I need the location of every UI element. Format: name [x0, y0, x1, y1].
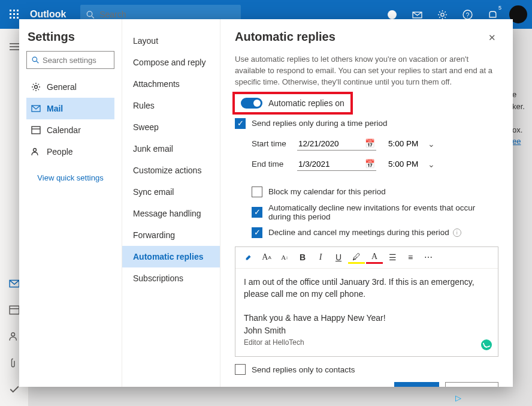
cancel-meetings-label: Decline and cancel my meetings during th…	[268, 228, 449, 237]
svg-rect-6	[10, 17, 11, 19]
category-label: People	[47, 147, 73, 157]
start-time-input[interactable]: 5:00 PM ⌄	[387, 137, 436, 151]
decline-new-checkbox[interactable]	[252, 207, 262, 218]
svg-rect-16	[10, 43, 19, 44]
subnav-forwarding[interactable]: Forwarding	[122, 224, 220, 246]
svg-point-23	[32, 57, 37, 62]
subnav-compose[interactable]: Compose and reply	[122, 52, 220, 73]
subnav-sync[interactable]: Sync email	[122, 181, 220, 203]
subnav-message-handling[interactable]: Message handling	[122, 203, 220, 224]
category-label: Mail	[47, 104, 63, 113]
subnav-layout[interactable]: Layout	[122, 30, 220, 52]
help-text: Use automatic replies to let others know…	[235, 54, 498, 88]
highlight-button[interactable]: 🖊	[348, 251, 365, 264]
category-label: Calendar	[47, 125, 81, 135]
svg-point-29	[34, 149, 37, 152]
search-settings-box[interactable]	[26, 51, 114, 69]
font-color-button[interactable]: A	[366, 251, 383, 264]
end-time-input[interactable]: 5:00 PM ⌄	[387, 158, 436, 171]
message-line: I am out of the office until January 3rd…	[244, 276, 489, 300]
brand-label: Outlook	[30, 9, 66, 20]
cancel-meetings-checkbox[interactable]	[252, 227, 262, 238]
decline-new-label: Automatically decline new invitations fo…	[268, 203, 498, 221]
end-date-input[interactable]: 1/3/2021 📅	[297, 157, 376, 171]
calendar-icon	[31, 125, 41, 135]
discard-button[interactable]: Discard	[445, 382, 498, 387]
subnav-rules[interactable]: Rules	[122, 95, 220, 116]
category-calendar[interactable]: Calendar	[26, 119, 114, 141]
editor-toolbar: AA A↕ B I U 🖊 A ☰ ≡ ⋯	[235, 247, 498, 269]
subnav-attachments[interactable]: Attachments	[122, 73, 220, 95]
svg-point-9	[87, 11, 93, 16]
svg-rect-4	[13, 13, 15, 15]
editor-body[interactable]: I am out of the office until January 3rd…	[235, 269, 498, 357]
message-line: Thank you & have a Happy New Year!	[244, 312, 489, 324]
bullet-list-button[interactable]: ☰	[384, 249, 401, 266]
pin-icon[interactable]	[240, 249, 257, 266]
more-formatting-button[interactable]: ⋯	[420, 249, 437, 266]
svg-rect-18	[10, 49, 19, 50]
svg-rect-20	[10, 306, 19, 314]
message-line: John Smith	[244, 324, 489, 336]
svg-rect-0	[10, 10, 11, 11]
subnav-sweep[interactable]: Sweep	[122, 116, 220, 138]
time-period-checkbox[interactable]	[235, 118, 246, 129]
mail-icon	[31, 104, 41, 113]
toggle-label: Automatic replies on	[268, 98, 344, 108]
toggle-highlight-box: Automatic replies on	[232, 92, 353, 115]
subnav-customize[interactable]: Customize actions	[122, 160, 220, 181]
svg-rect-3	[10, 13, 11, 15]
font-size-up-icon[interactable]: AA	[258, 249, 275, 266]
italic-button[interactable]: I	[312, 249, 329, 266]
background-text: e ker. ox. ee	[512, 89, 525, 148]
subnav-junk[interactable]: Junk email	[122, 138, 220, 160]
reply-editor: AA A↕ B I U 🖊 A ☰ ≡ ⋯ I am out of the of…	[235, 246, 498, 357]
global-search-input[interactable]	[99, 10, 235, 19]
svg-rect-5	[17, 13, 19, 15]
category-general[interactable]: General	[26, 76, 114, 98]
grammarly-icon[interactable]	[481, 339, 492, 350]
subnav-subscriptions[interactable]: Subscriptions	[122, 267, 220, 289]
bold-button[interactable]: B	[294, 249, 311, 266]
svg-rect-8	[17, 17, 19, 19]
close-button[interactable]: ✕	[486, 30, 498, 46]
svg-rect-17	[10, 46, 19, 47]
svg-rect-7	[13, 17, 15, 19]
info-icon[interactable]: i	[453, 228, 461, 237]
settings-detail-panel: Automatic replies ✕ Use automatic replie…	[220, 19, 513, 387]
settings-categories-panel: Settings General Mail Calendar People Vi…	[19, 19, 122, 387]
contacts-only-checkbox[interactable]	[235, 364, 246, 375]
ad-marker-icon[interactable]: ▷	[455, 393, 461, 402]
start-date-input[interactable]: 12/21/2020 📅	[297, 137, 376, 151]
end-time-label: End time	[252, 160, 297, 169]
svg-point-22	[11, 333, 14, 336]
block-calendar-checkbox[interactable]	[252, 187, 262, 197]
subnav-automatic-replies[interactable]: Automatic replies	[122, 246, 220, 267]
search-icon	[86, 10, 95, 19]
start-time-label: Start time	[252, 139, 297, 148]
category-people[interactable]: People	[26, 141, 114, 163]
svg-point-25	[35, 86, 38, 89]
svg-rect-2	[17, 10, 19, 11]
underline-button[interactable]: U	[330, 249, 347, 266]
signature-line: Editor at HelloTech	[244, 338, 489, 348]
svg-line-24	[37, 61, 38, 63]
save-button[interactable]: Save	[394, 382, 439, 387]
automatic-replies-toggle[interactable]	[241, 98, 262, 109]
svg-text:?: ?	[466, 11, 469, 18]
footer-buttons: Save Discard	[235, 375, 498, 387]
people-icon	[31, 147, 41, 157]
font-size-down-icon[interactable]: A↕	[276, 249, 293, 266]
view-quick-settings-link[interactable]: View quick settings	[26, 173, 114, 182]
number-list-button[interactable]: ≡	[402, 249, 419, 266]
svg-line-10	[92, 16, 94, 18]
settings-title: Settings	[26, 30, 114, 44]
category-mail[interactable]: Mail	[26, 98, 114, 119]
time-period-label: Send replies only during a time period	[252, 119, 388, 128]
contacts-only-label: Send replies only to contacts	[252, 365, 355, 374]
search-settings-input[interactable]	[43, 56, 109, 65]
settings-subnav-panel: Layout Compose and reply Attachments Rul…	[122, 19, 220, 387]
svg-point-11	[388, 10, 397, 19]
svg-rect-27	[32, 127, 40, 134]
search-icon	[32, 56, 39, 64]
